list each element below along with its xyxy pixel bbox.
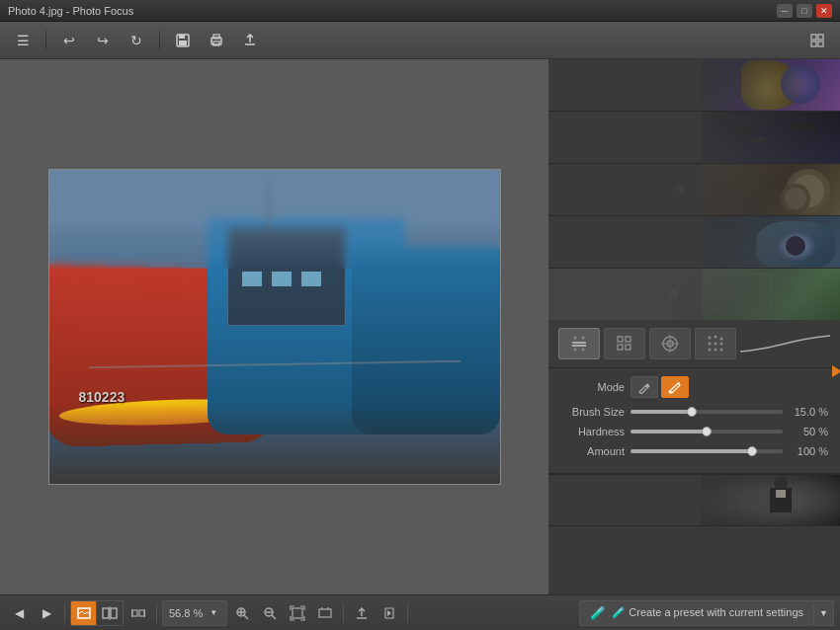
vignetting-arrow: ▶ [560, 495, 568, 506]
amount-slider[interactable] [630, 449, 783, 453]
svg-rect-9 [818, 41, 823, 46]
sharpness-eye-icon[interactable]: 👁 [658, 235, 670, 249]
vignetting-header[interactable]: ▶ VIGNETTING 👁 [548, 474, 840, 525]
adjustments-arrow: ▶ [560, 185, 568, 196]
toolbar-separator-2 [159, 31, 160, 50]
print-button[interactable] [202, 27, 231, 54]
flask-icon: 🧪 [590, 605, 606, 620]
curve-arrow[interactable] [832, 365, 840, 377]
svg-rect-16 [618, 337, 623, 342]
amount-label: Amount [560, 445, 625, 457]
single-image-button[interactable] [71, 600, 97, 626]
redo-button[interactable]: ↻ [122, 27, 151, 54]
maximize-button[interactable]: □ [797, 4, 812, 18]
image-view-group [70, 600, 124, 626]
create-preset-label: 🧪 Create a preset with current settings [612, 606, 803, 619]
window-title: Photo 4.jpg - Photo Focus [8, 5, 133, 17]
adjustments-eye-icon[interactable]: 👁 [675, 183, 687, 197]
canvas-area[interactable]: 810223 [0, 59, 548, 594]
presets-label: PRESETS [576, 79, 633, 91]
nav-next-button[interactable]: ▶ [34, 600, 59, 626]
window-controls: ─ □ ✕ [777, 4, 832, 18]
crop-section: ▶ CROP [548, 112, 840, 164]
grid-view-button[interactable] [802, 27, 832, 54]
presets-header[interactable]: ▶ PRESETS [548, 59, 840, 111]
svg-rect-17 [626, 337, 630, 342]
sharpness-label: SHARPNESS [576, 236, 652, 248]
actual-size-button[interactable] [312, 600, 338, 626]
export-button[interactable] [235, 27, 265, 54]
tilt-shift-mode-button[interactable] [558, 328, 600, 359]
hardness-thumb[interactable] [702, 427, 712, 436]
brush-size-thumb[interactable] [687, 407, 697, 417]
minimize-button[interactable]: ─ [777, 4, 793, 18]
upload-button[interactable] [349, 600, 375, 626]
svg-rect-50 [319, 609, 331, 617]
save-button[interactable] [168, 27, 198, 54]
nav-prev-button[interactable]: ◀ [6, 600, 32, 626]
fit-button[interactable] [285, 600, 310, 626]
svg-point-29 [720, 343, 723, 346]
svg-rect-11 [572, 345, 586, 347]
crop-header[interactable]: ▶ CROP [548, 112, 840, 163]
zoom-out-button[interactable] [257, 600, 283, 626]
curve-area [740, 328, 830, 359]
compare-image-button[interactable] [97, 600, 123, 626]
bottom-sep-2 [156, 603, 157, 623]
erase-mode-button[interactable] [630, 376, 658, 398]
title-bar: Photo 4.jpg - Photo Focus ─ □ ✕ [0, 0, 840, 22]
brush-size-value: 15.0 % [789, 406, 828, 418]
grid-mode-button[interactable] [604, 328, 645, 359]
creative-blur-header[interactable]: ▼ CREATIVE BLUR [548, 269, 840, 320]
scatter-mode-button[interactable] [695, 328, 736, 359]
creative-blur-label: CREATIVE BLUR [578, 288, 678, 300]
presets-section: ▶ PRESETS [548, 59, 840, 112]
svg-rect-8 [811, 41, 816, 46]
crop-arrow: ▶ [560, 132, 568, 143]
boat-number: 810223 [79, 389, 126, 405]
brush-size-fill [630, 410, 692, 414]
preset-dropdown-button[interactable]: ▼ [814, 600, 834, 626]
forward-button[interactable] [377, 600, 402, 626]
panel-scroll[interactable]: ▶ PRESETS ▶ CROP [548, 59, 840, 594]
svg-rect-5 [213, 41, 219, 45]
radial-mode-button[interactable] [649, 328, 691, 359]
svg-point-24 [709, 337, 712, 340]
brush-size-slider[interactable] [630, 410, 783, 414]
photo-boats: 810223 [49, 170, 500, 484]
adjustments-header[interactable]: ▶ ADJUSTMENTS 👁 [548, 164, 840, 215]
svg-point-28 [714, 343, 717, 346]
undo-button[interactable]: ↩ [54, 27, 84, 54]
creative-blur-thumbnail [702, 269, 840, 320]
hardness-slider[interactable] [630, 430, 783, 433]
brush-size-row: Brush Size 15.0 % [560, 406, 828, 418]
svg-line-47 [272, 615, 276, 619]
vignetting-label: VIGNETTING [576, 495, 652, 507]
bottom-sep-3 [343, 603, 344, 623]
zoom-in-button[interactable] [229, 600, 255, 626]
vignetting-eye-icon[interactable]: 👁 [658, 494, 670, 508]
zoom-dropdown-button[interactable]: ▼ [207, 603, 220, 623]
main-toolbar: ☰ ↩ ↪ ↻ [0, 22, 840, 59]
right-panel: ▶ PRESETS ▶ CROP [548, 59, 840, 594]
toolbar-separator-1 [45, 31, 46, 50]
svg-point-13 [582, 337, 585, 340]
vignetting-section: ▶ VIGNETTING 👁 [548, 474, 840, 526]
amount-row: Amount 100 % [560, 445, 828, 457]
crop-thumbnail [702, 112, 840, 163]
filmstrip-button[interactable] [126, 600, 151, 626]
mode-icons-row [548, 320, 840, 368]
amount-thumb[interactable] [747, 446, 757, 456]
svg-point-32 [720, 349, 723, 352]
sharpness-header[interactable]: ▶ SHARPNESS 👁 [548, 216, 840, 268]
paint-mode-button[interactable] [661, 376, 689, 398]
zoom-value: 56.8 % [169, 607, 203, 619]
undo-back-button[interactable]: ↪ [88, 27, 118, 54]
svg-rect-41 [144, 609, 145, 617]
svg-point-33 [669, 391, 672, 394]
svg-rect-18 [618, 345, 623, 350]
close-button[interactable]: ✕ [816, 4, 832, 18]
menu-button[interactable]: ☰ [8, 27, 38, 54]
create-preset-button[interactable]: 🧪 🧪 Create a preset with current setting… [579, 600, 814, 626]
creative-blur-arrow: ▼ [560, 289, 570, 300]
